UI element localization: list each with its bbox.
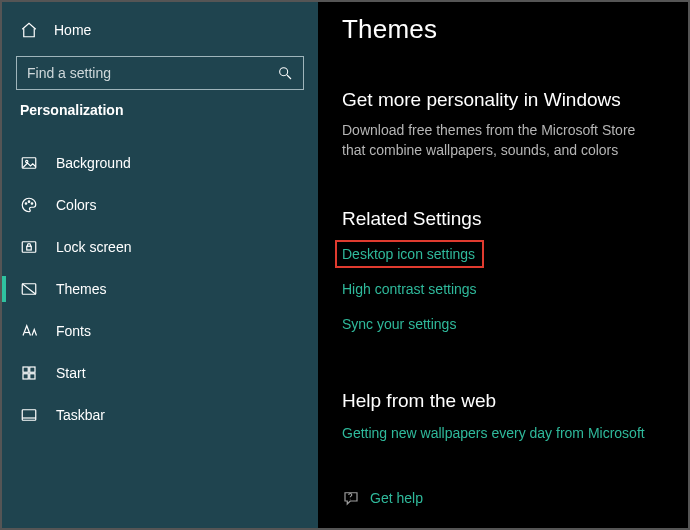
svg-rect-10 (23, 367, 28, 372)
search-container (2, 47, 318, 102)
palette-icon (20, 196, 38, 214)
related-settings-heading: Related Settings (342, 208, 664, 230)
sidebar-item-background[interactable]: Background (2, 142, 318, 184)
nav-list: Background Colors Lock screen (2, 142, 318, 436)
search-input[interactable] (27, 65, 269, 81)
get-help-label: Get help (370, 490, 423, 506)
sidebar-item-lockscreen[interactable]: Lock screen (2, 226, 318, 268)
sidebar-item-label: Background (56, 155, 131, 171)
svg-point-5 (28, 201, 30, 203)
sidebar-item-themes[interactable]: Themes (2, 268, 318, 310)
search-icon (277, 65, 293, 81)
more-personality-text: Download free themes from the Microsoft … (342, 121, 662, 160)
svg-point-0 (280, 68, 288, 76)
themes-icon (20, 280, 38, 298)
sidebar-item-label: Start (56, 365, 86, 381)
taskbar-icon (20, 406, 38, 424)
link-desktop-icon-settings[interactable]: Desktop icon settings (335, 240, 484, 268)
svg-line-1 (287, 75, 291, 79)
help-from-web-heading: Help from the web (342, 390, 664, 412)
more-personality-heading: Get more personality in Windows (342, 89, 664, 111)
fonts-icon (20, 322, 38, 340)
section-label: Personalization (2, 102, 318, 142)
start-icon (20, 364, 38, 382)
svg-point-16 (350, 499, 351, 500)
sidebar: Home Personalization Background (2, 2, 318, 528)
svg-rect-11 (30, 367, 35, 372)
link-sync-your-settings[interactable]: Sync your settings (342, 316, 456, 332)
svg-point-4 (25, 203, 27, 205)
sidebar-item-taskbar[interactable]: Taskbar (2, 394, 318, 436)
search-box[interactable] (16, 56, 304, 90)
main-panel: Themes Get more personality in Windows D… (318, 2, 688, 528)
home-icon (20, 21, 38, 39)
link-help-wallpapers[interactable]: Getting new wallpapers every day from Mi… (342, 425, 645, 441)
sidebar-item-label: Themes (56, 281, 107, 297)
svg-rect-12 (23, 374, 28, 379)
home-label: Home (54, 22, 91, 38)
page-title: Themes (342, 14, 664, 45)
sidebar-item-label: Colors (56, 197, 96, 213)
svg-rect-13 (30, 374, 35, 379)
sidebar-item-label: Fonts (56, 323, 91, 339)
svg-point-6 (31, 203, 33, 205)
link-high-contrast-settings[interactable]: High contrast settings (342, 281, 477, 297)
sidebar-item-fonts[interactable]: Fonts (2, 310, 318, 352)
chat-icon (342, 489, 360, 507)
picture-icon (20, 154, 38, 172)
sidebar-item-colors[interactable]: Colors (2, 184, 318, 226)
sidebar-item-label: Taskbar (56, 407, 105, 423)
lockscreen-icon (20, 238, 38, 256)
home-button[interactable]: Home (2, 15, 318, 47)
svg-rect-8 (27, 246, 32, 250)
svg-rect-14 (22, 410, 36, 421)
get-help-button[interactable]: Get help (342, 489, 664, 507)
sidebar-item-start[interactable]: Start (2, 352, 318, 394)
sidebar-item-label: Lock screen (56, 239, 131, 255)
